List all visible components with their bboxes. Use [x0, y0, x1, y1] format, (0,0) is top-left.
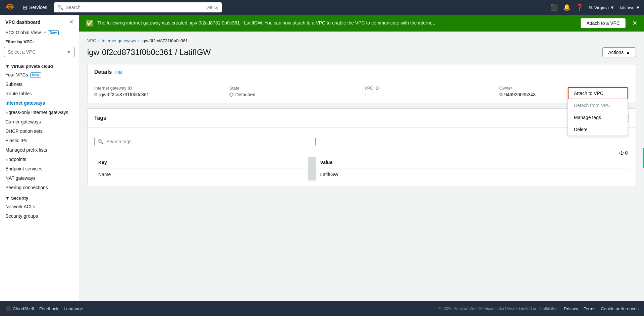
banner-text: The following internet gateway was creat…: [97, 20, 577, 27]
search-shortcut: [Alt+S]: [206, 5, 218, 10]
feedback-button[interactable]: Feedback: [39, 306, 58, 311]
bottom-links: Privacy Terms Cookie preferences: [564, 306, 639, 311]
actions-container: Actions ▲ Attach to VPC Detach from VPC …: [602, 47, 636, 57]
detail-vpc-id: VPC ID -: [364, 86, 494, 97]
sidebar-close-button[interactable]: ✕: [69, 19, 73, 25]
vpc-id-value: -: [364, 92, 494, 97]
aws-logo[interactable]: aws: [4, 1, 16, 13]
sidebar-item-network-acls[interactable]: Network ACLs: [0, 202, 79, 211]
tags-table: Key Value Name LatifIGW: [94, 157, 629, 180]
sidebar-item-managed-prefix-lists[interactable]: Managed prefix lists: [0, 145, 79, 155]
sidebar-item-endpoints[interactable]: Endpoints: [0, 155, 79, 164]
sidebar-item-elastic-ips[interactable]: Elastic IPs: [0, 136, 79, 145]
region-selector[interactable]: N. Virginia ▼: [589, 5, 614, 10]
col-divider: [308, 157, 316, 168]
sidebar-item-route-tables[interactable]: Route tables: [0, 89, 79, 98]
cloudshell-icon: ⬛: [5, 306, 11, 311]
tags-card: Tags Manage tags 🔍 ‹ 1 › ⚙: [87, 108, 636, 186]
sidebar-item-your-vpcs[interactable]: Your VPCs New: [0, 70, 79, 80]
dropdown-item-manage-tags[interactable]: Manage tags: [568, 111, 628, 123]
search-tags-input[interactable]: [106, 139, 312, 144]
details-title: Details: [94, 69, 112, 75]
sidebar-section-vpc[interactable]: ▼ Virtual private cloud: [0, 60, 79, 70]
state-dot-icon: [229, 93, 233, 97]
dropdown-item-delete[interactable]: Delete: [568, 123, 628, 136]
dropdown-item-attach-vpc[interactable]: Attach to VPC: [568, 87, 628, 99]
details-grid: Internet gateway ID ⧉ igw-0f2cd8731f0b0c…: [94, 86, 629, 97]
actions-dropdown-menu: Attach to VPC Detach from VPC Manage tag…: [568, 87, 628, 136]
cookie-preferences-link[interactable]: Cookie preferences: [601, 306, 639, 311]
state-value: Detached: [229, 92, 359, 97]
nav-right: ⬛ 🔔 ❓ N. Virginia ▼ latifaws ▼: [550, 4, 640, 11]
sidebar-header: VPC dashboard ✕: [0, 15, 79, 28]
tags-col-value: Value: [316, 157, 629, 168]
top-navigation: aws ⊞ Services 🔍 [Alt+S] ⬛ 🔔 ❓ N. Virgin…: [0, 0, 644, 15]
sidebar-item-ec2-global-view[interactable]: EC2 Global View ↗ New: [0, 28, 79, 37]
breadcrumb-internet-gateways[interactable]: Internet gateways: [102, 38, 136, 43]
sidebar-item-peering-connections[interactable]: Peering connections: [0, 183, 79, 192]
terms-link[interactable]: Terms: [584, 306, 595, 311]
search-input[interactable]: [66, 5, 204, 10]
breadcrumb-current: igw-0f2cd8731f0b0c361: [142, 38, 188, 43]
tag-key-name: Name: [94, 168, 308, 180]
vpc-filter-select[interactable]: Select a VPC ▼: [4, 47, 75, 57]
vpc-id-label: VPC ID: [364, 86, 494, 91]
sidebar-item-nat-gateways[interactable]: NAT gateways: [0, 173, 79, 183]
tags-page-number: 1: [621, 150, 623, 156]
privacy-link[interactable]: Privacy: [564, 306, 578, 311]
tags-card-body: 🔍 ‹ 1 › ⚙ Key Val: [88, 127, 636, 186]
state-label: State: [229, 86, 359, 91]
success-banner: ✅ The following internet gateway was cre…: [79, 15, 644, 32]
cloudshell-icon[interactable]: ⬛: [550, 4, 558, 11]
col-divider: [308, 168, 316, 180]
cloudshell-button[interactable]: ⬛ CloudShell: [5, 306, 34, 311]
sidebar-item-endpoint-services[interactable]: Endpoint services: [0, 164, 79, 173]
svg-text:aws: aws: [6, 5, 13, 9]
sidebar-item-egress-only-igw[interactable]: Egress-only internet gateways: [0, 108, 79, 117]
details-card-body: Internet gateway ID ⧉ igw-0f2cd8731f0b0c…: [88, 80, 636, 103]
services-menu[interactable]: ⊞ Services: [20, 3, 50, 12]
search-tags-bar[interactable]: 🔍: [94, 137, 316, 146]
page-content: VPC › Internet gateways › igw-0f2cd8731f…: [79, 32, 644, 301]
notifications-icon[interactable]: 🔔: [563, 4, 571, 11]
breadcrumb: VPC › Internet gateways › igw-0f2cd8731f…: [87, 38, 636, 43]
sidebar: VPC dashboard ✕ EC2 Global View ↗ New Fi…: [0, 15, 79, 301]
bottom-bar: ⬛ CloudShell Feedback Language © 2023, A…: [0, 301, 644, 316]
details-info-link[interactable]: Info: [115, 70, 122, 75]
sidebar-item-dhcp-option-sets[interactable]: DHCP option sets: [0, 126, 79, 136]
dropdown-item-detach-vpc: Detach from VPC: [568, 99, 628, 111]
sidebar-section-security[interactable]: ▼ Security: [0, 192, 79, 202]
tags-card-header: Tags Manage tags: [88, 109, 636, 127]
igw-id-label: Internet gateway ID: [94, 86, 224, 91]
banner-attach-vpc-button[interactable]: Attach to a VPC: [581, 18, 626, 28]
copy-icon[interactable]: ⧉: [94, 92, 97, 97]
tags-settings-icon[interactable]: ⚙: [625, 150, 629, 156]
banner-close-button[interactable]: ✕: [632, 19, 637, 27]
copyright: © 2023, Amazon Web Services India Privat…: [438, 306, 558, 311]
tags-pagination: ‹ 1 › ⚙: [94, 150, 629, 156]
search-tags-icon: 🔍: [98, 139, 104, 144]
content-area: ✅ The following internet gateway was cre…: [79, 15, 644, 301]
sidebar-item-carrier-gateways[interactable]: Carrier gateways: [0, 117, 79, 126]
page-header: igw-0f2cd8731f0b0c361 / LatifIGW Actions…: [87, 47, 636, 57]
tag-value-latifigw: LatifIGW: [316, 168, 629, 180]
igw-id-value: ⧉ igw-0f2cd8731f0b0c361: [94, 92, 224, 97]
detail-igw-id: Internet gateway ID ⧉ igw-0f2cd8731f0b0c…: [94, 86, 224, 97]
owner-copy-icon[interactable]: ⧉: [499, 92, 502, 97]
page-title: igw-0f2cd8731f0b0c361 / LatifIGW: [87, 48, 211, 57]
actions-button[interactable]: Actions ▲: [602, 47, 636, 57]
tags-header: Tags Manage tags: [94, 113, 629, 122]
search-bar[interactable]: 🔍 [Alt+S]: [54, 2, 222, 12]
sidebar-item-internet-gateways[interactable]: Internet gateways: [0, 98, 79, 108]
breadcrumb-vpc[interactable]: VPC: [87, 38, 96, 43]
details-card-header: Details Info: [88, 64, 636, 80]
language-button[interactable]: Language: [64, 306, 83, 311]
sidebar-item-subnets[interactable]: Subnets: [0, 80, 79, 89]
filter-label: Filter by VPC:: [0, 37, 79, 46]
detail-state: State Detached: [229, 86, 359, 97]
details-card: Details Info Internet gateway ID ⧉ igw-0…: [87, 64, 636, 103]
help-icon[interactable]: ❓: [576, 4, 583, 11]
sidebar-item-security-groups[interactable]: Security groups: [0, 211, 79, 221]
user-menu[interactable]: latifaws ▼: [620, 5, 640, 10]
sidebar-title: VPC dashboard: [5, 19, 40, 25]
